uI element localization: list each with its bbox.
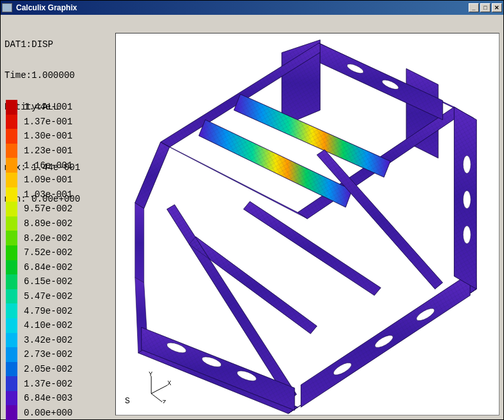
svg-point-46	[463, 155, 471, 173]
legend-row: 6.84e-002	[6, 260, 73, 275]
legend-row: 1.44e-001	[6, 100, 73, 115]
legend-value: 4.10e-002	[17, 320, 73, 330]
legend-value: 1.44e-001	[17, 102, 73, 112]
application-window: Calculix Graphix _ □ ✕ DAT1:DISP Time:1.…	[0, 0, 504, 420]
client-area: DAT1:DISP Time:1.000000 Entity:ALL max: …	[1, 15, 503, 419]
legend-row: 8.89e-002	[6, 216, 73, 231]
legend-row: 1.09e-001	[6, 173, 73, 187]
legend-value: 1.30e-001	[17, 131, 73, 141]
legend-swatch	[6, 216, 17, 231]
legend-row: 4.10e-002	[6, 318, 73, 333]
svg-marker-16	[135, 203, 144, 283]
legend-row: 1.23e-001	[6, 144, 73, 158]
legend-value: 8.89e-002	[17, 218, 73, 229]
legend-value: 6.84e-002	[17, 262, 73, 272]
axis-x-label: X	[167, 380, 171, 387]
coordinate-axes-icon: Y X Z	[142, 371, 174, 403]
legend-value: 6.15e-002	[17, 276, 73, 287]
axis-z-label: Z	[162, 399, 166, 403]
legend-swatch	[6, 100, 17, 115]
window-title: Calculix Graphix	[15, 3, 469, 12]
legend-row: 9.57e-002	[6, 202, 73, 216]
legend-swatch	[6, 158, 17, 173]
legend-swatch	[6, 144, 17, 158]
legend-row: 1.16e-001	[6, 158, 73, 173]
svg-marker-10	[160, 142, 307, 219]
svg-marker-17	[135, 142, 170, 209]
legend-row: 1.03e-001	[6, 187, 73, 202]
legend-value: 7.52e-002	[17, 247, 73, 258]
dataset-line: DAT1:DISP	[5, 39, 80, 50]
legend-value: 3.42e-002	[17, 335, 73, 345]
legend-value: 4.79e-002	[17, 306, 73, 316]
legend-value: 0.00e+000	[17, 408, 73, 418]
time-line: Time:1.000000	[5, 70, 80, 81]
legend-swatch	[6, 318, 17, 333]
legend-swatch	[6, 405, 17, 420]
minimize-button[interactable]: _	[469, 3, 479, 12]
close-button[interactable]: ✕	[492, 3, 502, 12]
orientation-label: S	[125, 396, 130, 406]
fea-mesh-render	[116, 33, 499, 415]
legend-value: 2.05e-002	[17, 364, 73, 374]
legend-row: 1.30e-001	[6, 129, 73, 144]
legend-swatch	[6, 231, 17, 245]
legend-swatch	[6, 274, 17, 289]
legend-value: 1.09e-001	[17, 175, 73, 185]
legend-swatch	[6, 129, 17, 144]
legend-row: 1.37e-001	[6, 115, 73, 129]
legend-row: 6.15e-002	[6, 274, 73, 289]
legend-value: 1.23e-001	[17, 146, 73, 156]
legend-row: 1.37e-002	[6, 376, 73, 391]
legend-row: 4.79e-002	[6, 303, 73, 318]
legend-value: 1.37e-002	[17, 379, 73, 389]
svg-point-47	[463, 191, 471, 209]
legend-swatch	[6, 347, 17, 362]
window-controls: _ □ ✕	[469, 3, 502, 12]
legend-row: 0.00e+000	[6, 405, 73, 420]
legend-swatch	[6, 391, 17, 406]
legend-swatch	[6, 260, 17, 275]
legend-swatch	[6, 202, 17, 216]
svg-line-54	[151, 385, 167, 394]
legend-swatch	[6, 187, 17, 202]
legend-value: 6.84e-003	[17, 393, 73, 403]
svg-point-48	[463, 225, 471, 243]
legend-value: 1.16e-001	[17, 160, 73, 171]
legend-row: 7.52e-002	[6, 245, 73, 260]
legend-value: 2.73e-002	[17, 349, 73, 359]
legend-swatch	[6, 173, 17, 187]
legend-value: 1.03e-001	[17, 189, 73, 200]
legend-swatch	[6, 362, 17, 377]
legend-swatch	[6, 289, 17, 304]
svg-marker-30	[189, 236, 317, 334]
legend-swatch	[6, 376, 17, 391]
maximize-button[interactable]: □	[480, 3, 490, 12]
legend-value: 1.37e-001	[17, 117, 73, 127]
legend-value: 5.47e-002	[17, 291, 73, 301]
legend-swatch	[6, 303, 17, 318]
title-bar[interactable]: Calculix Graphix _ □ ✕	[1, 1, 503, 15]
legend-row: 2.05e-002	[6, 362, 73, 377]
legend-swatch	[6, 115, 17, 129]
color-legend: 1.44e-0011.37e-0011.30e-0011.23e-0011.16…	[6, 100, 73, 420]
legend-value: 8.20e-002	[17, 233, 73, 243]
legend-row: 5.47e-002	[6, 289, 73, 304]
legend-swatch	[6, 333, 17, 348]
legend-swatch	[6, 245, 17, 260]
legend-row: 2.73e-002	[6, 347, 73, 362]
legend-row: 3.42e-002	[6, 333, 73, 348]
render-viewport[interactable]: Y X Z S	[115, 33, 499, 415]
svg-line-55	[151, 394, 162, 402]
legend-value: 9.57e-002	[17, 204, 73, 214]
axis-y-label: Y	[149, 371, 153, 378]
legend-row: 6.84e-003	[6, 391, 73, 406]
app-icon	[2, 3, 12, 12]
legend-row: 8.20e-002	[6, 231, 73, 245]
